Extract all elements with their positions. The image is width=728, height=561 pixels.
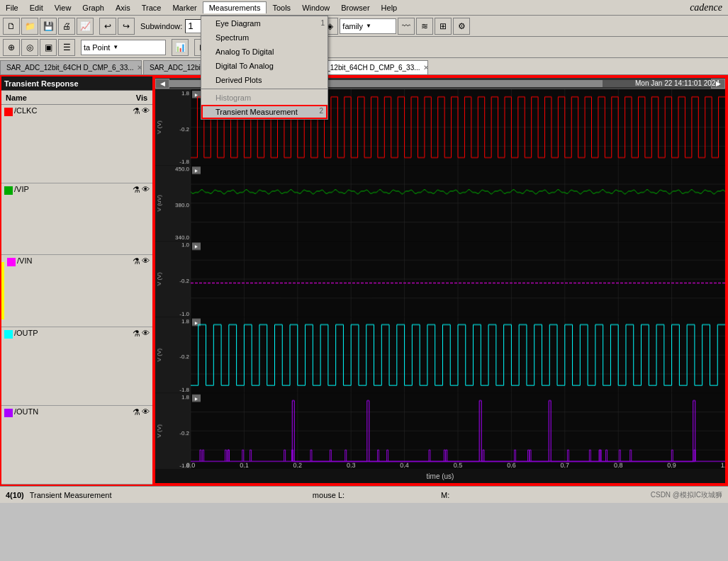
tb-wave2[interactable]: ≋ bbox=[416, 18, 433, 35]
main-area: Transient Response Name Vis /CLKC ⚗ 👁 /V… bbox=[0, 75, 728, 486]
menu-transient-wrapper: Transient Measurement 2 bbox=[201, 105, 327, 119]
menu-analog-to-digital[interactable]: Analog To Digital bbox=[201, 45, 327, 59]
tb2-icon3[interactable]: ▣ bbox=[40, 39, 57, 56]
signal-header-name: Name bbox=[1, 94, 131, 102]
tb-grid[interactable]: ⊞ bbox=[435, 18, 452, 35]
tb2-icon2[interactable]: ◎ bbox=[21, 39, 38, 56]
vip-name: /VIP bbox=[14, 185, 133, 193]
signal-row-vip: /VIP ⚗ 👁 bbox=[1, 183, 152, 255]
signal-panel: Transient Response Name Vis /CLKC ⚗ 👁 /V… bbox=[1, 76, 154, 484]
data-point-arrow: ▼ bbox=[113, 44, 118, 50]
tab-bar: SAR_ADC_12bit_64CH D_CMP_6_33... ✕ SAR_A… bbox=[0, 58, 728, 75]
menu-measurements[interactable]: Measurements bbox=[203, 1, 267, 13]
clkc-name: /CLKC bbox=[14, 106, 133, 115]
tb-new[interactable]: 🗋 bbox=[3, 18, 20, 35]
status-bar: 4(10) Transient Measurement mouse L: M: … bbox=[0, 486, 728, 503]
signal-row-vin: /VIN ⚗ 👁 bbox=[1, 255, 152, 327]
outn-name: /OUTN bbox=[14, 407, 133, 416]
tab-1[interactable]: SAR_ADC_12bit_64CH D_CMP_6_33... ✕ bbox=[0, 60, 142, 74]
outn-filter[interactable]: ⚗ bbox=[133, 407, 140, 417]
vip-filter[interactable]: ⚗ bbox=[133, 185, 140, 195]
waveform-canvas[interactable] bbox=[155, 89, 725, 469]
menu-browser[interactable]: Browser bbox=[335, 2, 375, 13]
menu-derived-plots[interactable]: Derived Plots bbox=[201, 73, 327, 87]
vin-bar bbox=[1, 262, 4, 319]
mouse-l-label: mouse L: bbox=[313, 491, 345, 499]
family-dropdown-arrow: ▼ bbox=[366, 23, 371, 29]
toolbar-1: 🗋 📁 💾 🖨 📈 ↩ ↪ Subwindow: 🔍 🔎 ⊞ ⊕ ✛ 📏 ◈ f… bbox=[0, 16, 728, 37]
vin-eye[interactable]: 👁 bbox=[142, 256, 150, 265]
menu-digital-to-analog[interactable]: Digital To Analog bbox=[201, 59, 327, 73]
tb2-icon4[interactable]: ☰ bbox=[58, 39, 75, 56]
tab-1-close[interactable]: ✕ bbox=[137, 64, 142, 72]
outp-eye[interactable]: 👁 bbox=[142, 329, 150, 337]
tb-settings[interactable]: ⚙ bbox=[453, 18, 470, 35]
menu-tools[interactable]: Tools bbox=[267, 2, 296, 13]
clkc-filter[interactable]: ⚗ bbox=[133, 106, 140, 116]
menu-spectrum[interactable]: Spectrum bbox=[201, 30, 327, 45]
toolbar-2: ⊕ ◎ ▣ ☰ ta Point ▼ 📊 ⊞ Classic ▼ 🖼 📋 bbox=[0, 37, 728, 58]
status-text: Transient Measurement bbox=[30, 491, 112, 499]
signal-row-clkc: /CLKC ⚗ 👁 bbox=[1, 105, 152, 183]
tb-graph[interactable]: 📈 bbox=[77, 18, 94, 35]
transient-number: 2 bbox=[319, 107, 323, 115]
data-point-dropdown[interactable]: ta Point ▼ bbox=[81, 40, 166, 55]
menu-graph[interactable]: Graph bbox=[77, 2, 110, 13]
tb-print[interactable]: 🖨 bbox=[58, 18, 75, 35]
signal-header-vis: Vis bbox=[131, 94, 152, 102]
menu-eye-diagram[interactable]: Eye Diagram 1 bbox=[201, 16, 327, 30]
measurements-dropdown: Eye Diagram 1 Spectrum Analog To Digital… bbox=[201, 16, 328, 120]
menu-help[interactable]: Help bbox=[376, 2, 403, 13]
tb-wave1[interactable]: 〰 bbox=[398, 18, 415, 35]
chart-title: Transient Response bbox=[4, 79, 79, 88]
vin-filter[interactable]: ⚗ bbox=[133, 256, 140, 266]
xaxis-container: time (us) bbox=[155, 469, 725, 483]
outp-filter[interactable]: ⚗ bbox=[133, 329, 140, 339]
clkc-color bbox=[4, 108, 13, 116]
vip-eye[interactable]: 👁 bbox=[142, 185, 150, 193]
family-dropdown[interactable]: family ▼ bbox=[340, 18, 396, 34]
menu-separator bbox=[201, 89, 327, 89]
tb-open[interactable]: 📁 bbox=[21, 18, 38, 35]
menu-file[interactable]: File bbox=[0, 2, 24, 13]
outn-color bbox=[4, 409, 13, 417]
tb2-icon1[interactable]: ⊕ bbox=[3, 39, 20, 56]
outp-color bbox=[4, 330, 13, 339]
tb-redo[interactable]: ↪ bbox=[118, 18, 135, 35]
menu-window[interactable]: Window bbox=[296, 2, 335, 13]
tab-3-close[interactable]: ✕ bbox=[423, 64, 428, 72]
xaxis-label: time (us) bbox=[427, 472, 454, 480]
vip-color bbox=[4, 186, 13, 195]
chart-area[interactable]: Mon Jan 22 14:11:01 2024 ◀ ▶ time (us) bbox=[154, 76, 727, 484]
outp-name: /OUTP bbox=[14, 329, 133, 337]
outn-eye[interactable]: 👁 bbox=[142, 407, 150, 416]
menu-marker[interactable]: Marker bbox=[167, 2, 202, 13]
menu-histogram: Histogram bbox=[201, 91, 327, 105]
menu-view[interactable]: View bbox=[49, 2, 77, 13]
vin-color bbox=[7, 258, 16, 266]
eye-diagram-number: 1 bbox=[320, 19, 325, 27]
menu-transient-measurement[interactable]: Transient Measurement bbox=[201, 105, 327, 119]
signal-row-outp: /OUTP ⚗ 👁 bbox=[1, 327, 152, 406]
cadence-logo: cadence bbox=[690, 2, 722, 13]
menu-axis[interactable]: Axis bbox=[110, 2, 136, 13]
menu-bar: File Edit View Graph Axis Trace Marker M… bbox=[0, 0, 728, 16]
clkc-eye[interactable]: 👁 bbox=[142, 106, 150, 115]
menu-trace[interactable]: Trace bbox=[136, 2, 167, 13]
subwindow-label: Subwindow: bbox=[140, 22, 182, 30]
vin-name: /VIN bbox=[17, 256, 133, 265]
tb-undo[interactable]: ↩ bbox=[99, 18, 116, 35]
tb2-icon5[interactable]: 📊 bbox=[172, 39, 189, 56]
watermark: CSDN @模拟IC玫城狮 bbox=[651, 490, 722, 500]
chart-datetime: Mon Jan 22 14:11:01 2024 bbox=[635, 79, 719, 87]
scroll-left[interactable]: ◀ bbox=[155, 79, 169, 89]
signal-row-outn: /OUTN ⚗ 👁 bbox=[1, 406, 152, 484]
mouse-m-label: M: bbox=[441, 491, 449, 499]
tab-number: 4(10) bbox=[6, 491, 24, 499]
menu-edit[interactable]: Edit bbox=[24, 2, 49, 13]
tb-save[interactable]: 💾 bbox=[40, 18, 57, 35]
